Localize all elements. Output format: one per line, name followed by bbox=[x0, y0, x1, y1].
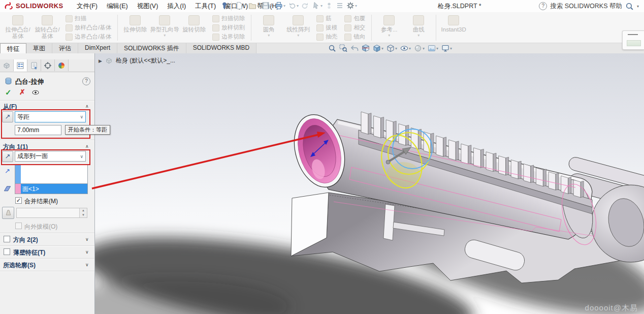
menu-工具T[interactable]: 工具(T) bbox=[190, 2, 220, 11]
tree-expand-icon[interactable]: ▶ bbox=[99, 58, 102, 64]
from-reverse-direction-button[interactable]: ↗ bbox=[2, 111, 13, 122]
dropdown-caret-icon[interactable]: ▾ bbox=[283, 4, 285, 8]
dropdown-caret-icon[interactable]: ▾ bbox=[244, 4, 246, 8]
revolved-cut-button[interactable]: 旋转切除 bbox=[179, 13, 209, 42]
dropdown-caret-icon[interactable]: ▾ bbox=[320, 4, 323, 8]
redo-button[interactable] bbox=[301, 1, 310, 10]
thin-feature-section-header[interactable]: 薄壁特征(T) bbox=[13, 248, 45, 257]
end-condition-dropdown[interactable]: 成形到一面 ∨ bbox=[15, 151, 86, 162]
undo-button[interactable]: ▾ bbox=[287, 1, 299, 10]
direction-reference-box[interactable] bbox=[15, 165, 88, 184]
direction1-section-header[interactable]: 方向 1(1) bbox=[3, 143, 28, 151]
curves-button[interactable]: 曲线▾ bbox=[404, 13, 433, 42]
from-collapse-icon[interactable]: ∧ bbox=[85, 104, 89, 109]
tab-DimXpert[interactable]: DimXpert bbox=[78, 43, 117, 53]
direction2-expand-icon[interactable]: ∨ bbox=[85, 237, 89, 242]
lofted-boss-button[interactable]: 放样凸台/基体 bbox=[66, 24, 111, 32]
intersect-button[interactable]: 相交 bbox=[344, 24, 365, 32]
revolved-boss-button[interactable]: 旋转凸台/基体 bbox=[33, 13, 62, 42]
draft-button[interactable]: 拔模 bbox=[316, 24, 337, 32]
menu-文件F[interactable]: 文件(F) bbox=[72, 2, 102, 11]
tab-特征[interactable]: 特征 bbox=[0, 43, 26, 53]
hole-wizard-button[interactable]: 异型孔向导▾ bbox=[150, 13, 179, 42]
extruded-boss-button[interactable]: 拉伸凸台/基体 bbox=[3, 13, 33, 42]
help-search[interactable]: ? 搜索 SOLIDWORKS 帮助 ▾ bbox=[537, 1, 641, 11]
boundary-cut-button[interactable]: 边界切除 bbox=[212, 33, 245, 41]
dimxpertmanager-tab[interactable] bbox=[41, 59, 55, 71]
dropdown-caret-icon[interactable]: ▾ bbox=[268, 34, 270, 37]
rebuild-button[interactable] bbox=[325, 1, 334, 10]
instant3d-button[interactable]: Instant3D bbox=[439, 13, 468, 42]
direction1-collapse-icon[interactable]: ∧ bbox=[85, 144, 89, 149]
dropdown-caret-icon[interactable]: ▾ bbox=[355, 4, 357, 8]
tab-草图[interactable]: 草图 bbox=[26, 43, 52, 53]
featuremanager-tab[interactable] bbox=[0, 59, 14, 71]
selected-contours-section-header[interactable]: 所选轮廓(S) bbox=[3, 261, 36, 270]
draft-outward-checkbox[interactable] bbox=[15, 223, 22, 229]
lofted-cut-button[interactable]: 放样切割 bbox=[212, 24, 245, 32]
pin-icon[interactable] bbox=[221, 2, 228, 12]
edit-appearance-button[interactable]: ▾ bbox=[413, 44, 425, 52]
thin-feature-expand-icon[interactable]: ∨ bbox=[85, 249, 89, 255]
zoom-area-button[interactable] bbox=[339, 44, 348, 52]
graphics-viewport[interactable]: ▶ 枪身 (默认<<默认>_... dooooit@木易 bbox=[95, 53, 644, 314]
dropdown-caret-icon[interactable]: ▾ bbox=[417, 34, 420, 37]
configurationmanager-tab[interactable] bbox=[27, 59, 41, 71]
tab-SOLIDWORKS 插件[interactable]: SOLIDWORKS 插件 bbox=[117, 43, 186, 53]
menu-视图V[interactable]: 视图(V) bbox=[133, 2, 163, 11]
view-settings-button[interactable]: ▾ bbox=[441, 44, 453, 52]
open-file-button[interactable]: ▾ bbox=[248, 1, 260, 10]
swept-cut-button[interactable]: 扫描切除 bbox=[212, 15, 245, 22]
displaymanager-tab[interactable] bbox=[55, 59, 69, 71]
help-icon[interactable]: ? bbox=[539, 2, 547, 10]
select-button[interactable]: ▾ bbox=[311, 1, 323, 10]
dropdown-caret-icon[interactable]: ▾ bbox=[388, 34, 390, 37]
previous-view-button[interactable] bbox=[350, 44, 359, 52]
dropdown-caret-icon[interactable]: ▾ bbox=[381, 46, 383, 51]
file-properties-button[interactable] bbox=[335, 1, 344, 10]
swept-boss-button[interactable]: 扫描 bbox=[66, 15, 111, 22]
dropdown-caret-icon[interactable]: ▾ bbox=[297, 34, 299, 37]
dropdown-caret-icon[interactable]: ▾ bbox=[436, 46, 438, 51]
extruded-cut-button[interactable]: 拉伸切除 bbox=[120, 13, 150, 42]
apply-scene-button[interactable]: ▾ bbox=[427, 44, 439, 52]
save-button[interactable]: ▾ bbox=[261, 1, 273, 10]
dropdown-caret-icon[interactable]: ▾ bbox=[257, 4, 259, 8]
draft-button[interactable] bbox=[2, 207, 14, 219]
dropdown-caret-icon[interactable]: ▾ bbox=[450, 46, 452, 51]
dropdown-caret-icon[interactable]: ▾ bbox=[270, 4, 272, 8]
cancel-button[interactable]: ✗ bbox=[19, 88, 25, 96]
tab-SOLIDWORKS MBD[interactable]: SOLIDWORKS MBD bbox=[186, 43, 256, 53]
merge-result-checkbox[interactable]: ✓ bbox=[15, 197, 22, 204]
minimize-icon[interactable] bbox=[628, 34, 638, 35]
search-caret-icon[interactable]: ▾ bbox=[637, 4, 639, 9]
face-selection-box[interactable]: 面<1> bbox=[15, 183, 88, 194]
boundary-boss-button[interactable]: 边界凸台/基体 bbox=[66, 33, 111, 41]
print-button[interactable]: ▾ bbox=[274, 1, 286, 10]
rib-button[interactable]: 筋 bbox=[316, 15, 337, 22]
dropdown-caret-icon[interactable]: ▾ bbox=[395, 46, 397, 51]
direction1-reverse-button[interactable]: ↗ bbox=[2, 151, 13, 162]
ok-button[interactable]: ✓ bbox=[5, 88, 12, 97]
tab-评估[interactable]: 评估 bbox=[52, 43, 78, 53]
section-view-button[interactable] bbox=[361, 44, 370, 52]
direction2-checkbox[interactable] bbox=[4, 236, 10, 242]
dropdown-caret-icon[interactable]: ▾ bbox=[297, 4, 299, 8]
hide-show-items-button[interactable]: ▾ bbox=[400, 44, 411, 52]
selected-face-item[interactable]: 面<1> bbox=[21, 184, 87, 194]
wrap-button[interactable]: 包覆 bbox=[344, 15, 365, 22]
shell-button[interactable]: 抽壳 bbox=[316, 33, 337, 41]
fillet-button[interactable]: 圆角▾ bbox=[254, 13, 283, 42]
mirror-button[interactable]: 镜向 bbox=[344, 33, 365, 41]
from-section-header[interactable]: 从(F) bbox=[3, 103, 17, 111]
new-file-button[interactable]: ▾ bbox=[235, 1, 246, 10]
zoom-fit-button[interactable] bbox=[328, 44, 337, 52]
display-style-button[interactable]: ▾ bbox=[386, 44, 398, 52]
propertymanager-tab[interactable] bbox=[14, 59, 27, 72]
linear-pattern-button[interactable]: 线性阵列▾ bbox=[283, 13, 313, 42]
dropdown-caret-icon[interactable]: ▾ bbox=[164, 34, 166, 37]
spinner-arrows[interactable]: ▲▼ bbox=[79, 208, 87, 217]
dropdown-caret-icon[interactable]: ▾ bbox=[409, 46, 411, 51]
reference-geometry-button[interactable]: 参考...▾ bbox=[374, 13, 404, 42]
model-canvas[interactable] bbox=[95, 53, 644, 314]
